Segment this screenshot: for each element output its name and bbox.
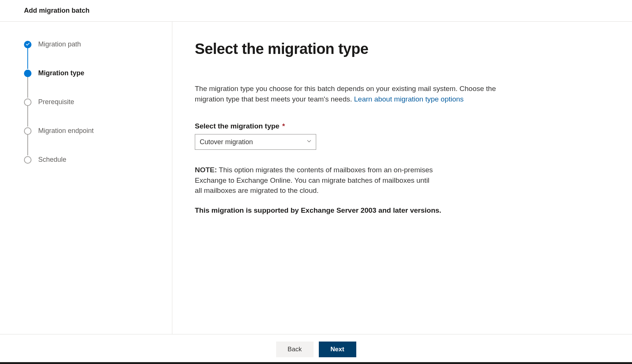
learn-more-link[interactable]: Learn about migration type options bbox=[354, 95, 464, 103]
step-label: Migration path bbox=[38, 40, 81, 48]
footer-bottom-bar bbox=[0, 362, 632, 364]
next-button[interactable]: Next bbox=[319, 342, 356, 357]
step-connector bbox=[27, 134, 28, 155]
support-text: This migration is supported by Exchange … bbox=[195, 206, 524, 215]
step-migration-path[interactable]: Migration path bbox=[24, 40, 172, 69]
step-label: Prerequisite bbox=[38, 98, 74, 106]
step-label: Migration endpoint bbox=[38, 127, 94, 135]
main-content: Select the migration type The migration … bbox=[172, 22, 547, 334]
step-label: Schedule bbox=[38, 156, 66, 164]
step-icon-pending bbox=[24, 98, 31, 106]
note-block: NOTE: This option migrates the contents … bbox=[195, 165, 438, 196]
wizard-footer: Back Next bbox=[0, 334, 632, 364]
step-icon-pending bbox=[24, 127, 31, 135]
checkmark-icon bbox=[25, 41, 30, 48]
select-value: Cutover migration bbox=[200, 138, 253, 146]
body-area: Migration path Migration type Prerequisi… bbox=[0, 22, 632, 334]
migration-type-select-wrapper: Cutover migration bbox=[195, 134, 316, 150]
step-prerequisite[interactable]: Prerequisite bbox=[24, 98, 172, 127]
page-header: Add migration batch bbox=[0, 0, 632, 22]
required-indicator: * bbox=[282, 122, 285, 130]
description-text: The migration type you choose for this b… bbox=[195, 84, 524, 104]
migration-type-select[interactable]: Cutover migration bbox=[195, 134, 316, 150]
note-text: This option migrates the contents of mai… bbox=[195, 166, 433, 194]
step-list: Migration path Migration type Prerequisi… bbox=[24, 40, 172, 164]
step-icon-pending bbox=[24, 156, 31, 164]
page-title: Add migration batch bbox=[24, 7, 632, 15]
step-connector bbox=[27, 106, 28, 127]
step-migration-type[interactable]: Migration type bbox=[24, 69, 172, 98]
step-label: Migration type bbox=[38, 69, 84, 77]
note-label: NOTE: bbox=[195, 166, 217, 174]
step-connector bbox=[27, 77, 28, 98]
back-button[interactable]: Back bbox=[276, 342, 314, 357]
step-schedule[interactable]: Schedule bbox=[24, 156, 172, 164]
step-icon-current bbox=[24, 70, 31, 77]
migration-type-label: Select the migration type * bbox=[195, 122, 524, 130]
field-label-text: Select the migration type bbox=[195, 122, 279, 130]
step-icon-completed bbox=[24, 41, 31, 48]
main-title: Select the migration type bbox=[195, 40, 524, 57]
step-migration-endpoint[interactable]: Migration endpoint bbox=[24, 127, 172, 156]
step-connector bbox=[27, 48, 28, 69]
wizard-sidebar: Migration path Migration type Prerequisi… bbox=[0, 22, 172, 334]
